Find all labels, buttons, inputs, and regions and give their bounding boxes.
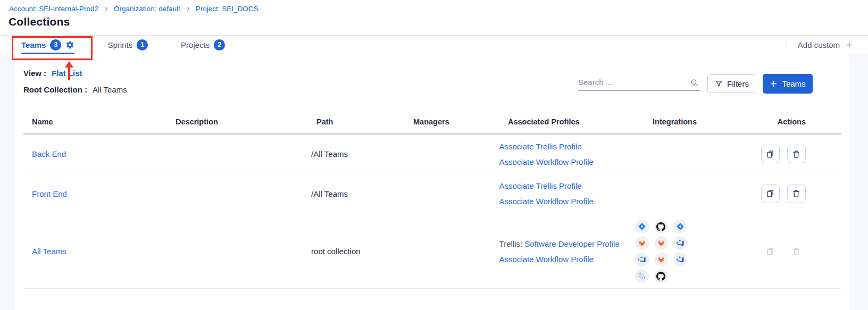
- actions-cell: [753, 145, 841, 163]
- jira-icon: [673, 220, 687, 233]
- copy-button: [761, 242, 780, 261]
- search-icon[interactable]: [690, 78, 699, 87]
- view-label: View :: [23, 69, 46, 78]
- collections-panel: View : Flat List Root Collection : All T…: [15, 54, 849, 310]
- profile-association: Associate Workflow Profile: [499, 255, 633, 264]
- column-header-actions: Actions: [766, 118, 841, 126]
- filters-button[interactable]: Filters: [707, 74, 756, 93]
- search-input[interactable]: [578, 75, 687, 89]
- associated-profiles-cell: Trellis: Software Developer ProfileAssoc…: [491, 239, 633, 264]
- collection-name-link[interactable]: Back End: [32, 149, 66, 158]
- breadcrumb-organization-link[interactable]: Organization: default: [114, 5, 180, 13]
- column-header-description: Description: [167, 118, 308, 126]
- tab-sprints[interactable]: Sprints 1: [107, 36, 148, 54]
- tab-teams[interactable]: Teams 3: [21, 36, 74, 54]
- root-collection-label: Root Collection :: [23, 85, 87, 94]
- profile-link[interactable]: Associate Trellis Profile: [499, 181, 582, 190]
- profile-prefix-label: Trellis:: [499, 239, 525, 248]
- plus-icon: [845, 41, 853, 49]
- github-icon: [654, 269, 668, 283]
- gitlab-icon: [654, 236, 668, 250]
- root-collection-value: All Teams: [93, 85, 127, 94]
- add-custom-button[interactable]: Add custom: [787, 40, 853, 49]
- gear-icon[interactable]: [65, 40, 74, 49]
- gitlab-icon: [635, 236, 649, 250]
- column-header-integrations: Integrations: [644, 118, 766, 126]
- profile-link[interactable]: Associate Trellis Profile: [499, 142, 582, 151]
- table-row: Back End /All Teams Associate Trellis Pr…: [23, 135, 841, 173]
- breadcrumb: Account: SEI-Internal-Prod2 Organization…: [9, 5, 258, 13]
- filter-funnel-icon: [715, 80, 723, 88]
- page-title: Collections: [9, 15, 70, 28]
- add-teams-button[interactable]: Teams: [763, 74, 813, 94]
- breadcrumb-account-link[interactable]: Account: SEI-Internal-Prod2: [9, 5, 98, 13]
- tab-sprints-count-badge: 1: [137, 39, 148, 51]
- delete-button: [787, 242, 806, 261]
- name-cell: All Teams: [23, 247, 164, 256]
- table-row: All Teams root collection Trellis: Softw…: [23, 214, 841, 289]
- profile-link[interactable]: Associate Workflow Profile: [499, 197, 594, 206]
- tab-sprints-label: Sprints: [107, 40, 132, 49]
- divider: [787, 40, 787, 49]
- page-header: Account: SEI-Internal-Prod2 Organization…: [0, 0, 868, 35]
- copy-button[interactable]: [761, 185, 780, 203]
- plus-icon: [770, 80, 778, 88]
- table-body: Back End /All Teams Associate Trellis Pr…: [23, 135, 841, 289]
- delete-button[interactable]: [787, 185, 806, 203]
- tab-projects-count-badge: 2: [214, 39, 225, 51]
- profile-association: Associate Workflow Profile: [499, 197, 633, 206]
- profile-association: Associate Workflow Profile: [499, 157, 633, 166]
- associated-profiles-cell: Associate Trellis ProfileAssociate Workf…: [491, 142, 633, 166]
- chevron-right-icon: [185, 6, 191, 12]
- path-cell: /All Teams: [303, 189, 398, 198]
- profile-link[interactable]: Associate Workflow Profile: [499, 157, 594, 166]
- chevron-right-icon: [103, 6, 109, 12]
- profile-association: Associate Trellis Profile: [499, 181, 633, 190]
- collection-name-link[interactable]: Front End: [32, 189, 67, 198]
- annotation-arrow-shaft: [68, 67, 70, 80]
- add-custom-label: Add custom: [798, 40, 840, 49]
- collection-name-link[interactable]: All Teams: [32, 247, 66, 256]
- github-icon: [654, 220, 668, 233]
- add-teams-button-label: Teams: [782, 79, 805, 88]
- column-header-associated-profiles: Associated Profiles: [499, 118, 644, 126]
- copy-button[interactable]: [761, 145, 780, 163]
- search-box: [578, 75, 700, 91]
- azure-devops-icon: [635, 253, 649, 266]
- tab-projects-label: Projects: [181, 40, 210, 49]
- path-cell: /All Teams: [303, 149, 398, 158]
- root-collection-line: Root Collection : All Teams: [23, 85, 127, 94]
- jira-icon: [635, 220, 649, 233]
- profile-link[interactable]: Associate Workflow Profile: [499, 255, 594, 264]
- gitlab-icon: [654, 253, 668, 266]
- path-cell: root collection: [303, 247, 398, 256]
- name-cell: Front End: [23, 189, 164, 198]
- table-header-row: Name Description Path Managers Associate…: [23, 111, 841, 135]
- column-header-path: Path: [308, 118, 405, 126]
- name-cell: Back End: [23, 149, 164, 158]
- collections-table: Name Description Path Managers Associate…: [23, 111, 841, 289]
- filters-button-label: Filters: [727, 79, 749, 88]
- integrations-cell: [633, 220, 753, 283]
- tab-teams-count-badge: 3: [50, 39, 61, 51]
- profile-association: Associate Trellis Profile: [499, 142, 633, 151]
- sonarqube-icon: [635, 269, 649, 283]
- azure-devops-icon: [673, 236, 687, 250]
- table-row: Front End /All Teams Associate Trellis P…: [23, 173, 841, 214]
- column-header-managers: Managers: [405, 118, 499, 126]
- delete-button[interactable]: [787, 145, 806, 163]
- actions-cell: [753, 242, 841, 261]
- profile-association: Trellis: Software Developer Profile: [499, 239, 633, 248]
- associated-profiles-cell: Associate Trellis ProfileAssociate Workf…: [491, 181, 633, 206]
- breadcrumb-project-link[interactable]: Project: SEI_DOCS: [196, 5, 258, 13]
- profile-link[interactable]: Software Developer Profile: [524, 239, 619, 248]
- actions-cell: [753, 185, 841, 203]
- column-header-name: Name: [23, 118, 167, 126]
- flat-list-link[interactable]: Flat List: [52, 69, 82, 78]
- tab-bar: Teams 3 Sprints 1 Projects 2 Add custom: [0, 35, 868, 54]
- view-line: View : Flat List: [23, 69, 82, 78]
- azure-devops-icon: [673, 253, 687, 266]
- tab-teams-label: Teams: [21, 40, 46, 49]
- tab-projects[interactable]: Projects 2: [181, 36, 225, 54]
